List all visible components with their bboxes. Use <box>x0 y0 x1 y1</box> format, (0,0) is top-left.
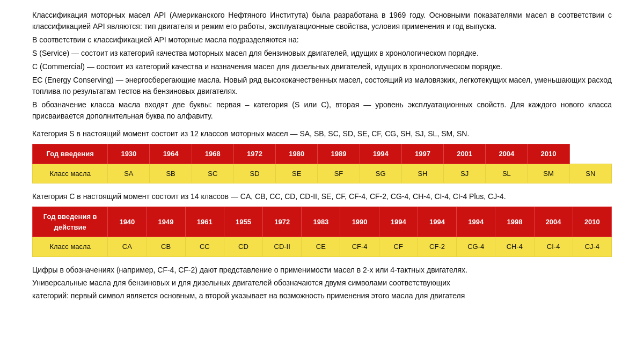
table-c-class-cdii: CD-II <box>263 237 302 257</box>
table-s-class-sh: SH <box>401 164 443 183</box>
table-c-year-6: 1990 <box>340 207 379 237</box>
table-c-class-cf: CF <box>379 237 418 257</box>
table-c-class-cj4: CJ-4 <box>573 237 611 257</box>
table-c-class-cb: CB <box>147 237 185 257</box>
table-s-title: Категория S в настоящий момент состоит и… <box>32 128 612 139</box>
table-c-class-cc: CC <box>185 237 224 257</box>
table-c-title: Категория C в настоящий момент состоит и… <box>32 191 612 202</box>
table-s-year-8: 2001 <box>444 144 486 164</box>
intro-section: Классификация моторных масел API (Америк… <box>32 10 612 122</box>
footer-p2: Универсальные масла для бензиновых и для… <box>32 277 612 289</box>
table-c-year-8: 1994 <box>418 207 456 237</box>
table-c-year-9: 1994 <box>457 207 495 237</box>
table-s-year-label: Год введения <box>33 144 108 164</box>
intro-p2: В соответствии с классификацией API мото… <box>32 34 612 46</box>
table-c-class-cd: CD <box>224 237 262 257</box>
table-s-class-sa: SA <box>108 164 150 183</box>
table-s-year-1: 1964 <box>150 144 192 164</box>
table-s-year-7: 1997 <box>401 144 443 164</box>
table-c-class-ce: CE <box>302 237 340 257</box>
table-s-year-4: 1980 <box>276 144 318 164</box>
intro-p4: C (Commercial) — состоит из категорий ка… <box>32 61 612 72</box>
table-c-year-5: 1983 <box>302 207 340 237</box>
table-s-data-row: Класс масла SA SB SC SD SE SF SG SH SJ S… <box>33 164 612 183</box>
table-s-class-sb: SB <box>150 164 192 183</box>
table-c-class-ci4: CI-4 <box>534 237 573 257</box>
table-s-class-sg: SG <box>360 164 401 183</box>
table-c-class-label: Класс масла <box>33 237 108 257</box>
table-s-wrapper: Категория S в настоящий момент состоит и… <box>32 128 612 183</box>
table-c-year-1: 1949 <box>147 207 185 237</box>
table-c-header-row: Год введения в действие 1940 1949 1961 1… <box>33 207 612 237</box>
table-c-class-ca: CA <box>108 237 147 257</box>
intro-p1: Классификация моторных масел API (Америк… <box>32 10 612 32</box>
table-c-class-cf4: CF-4 <box>340 237 379 257</box>
table-c-year-4: 1972 <box>263 207 302 237</box>
table-s-year-0: 1930 <box>108 144 150 164</box>
table-s-class-sd: SD <box>233 164 275 183</box>
intro-p5: EC (Energy Conserving) — энергосберегающ… <box>32 75 612 97</box>
intro-p6: В обозначение класса масла входят две бу… <box>32 99 612 122</box>
table-c-year-12: 2010 <box>573 207 611 237</box>
table-c-year-3: 1955 <box>224 207 262 237</box>
table-s-class-sm: SM <box>528 164 569 183</box>
table-s-year-5: 1989 <box>318 144 360 164</box>
table-s-year-10: 2010 <box>528 144 569 164</box>
table-c-class-ch4: CH-4 <box>495 237 534 257</box>
table-c-year-label: Год введения в действие <box>33 207 108 237</box>
table-s-year-2: 1968 <box>192 144 233 164</box>
table-s-class-sn: SN <box>569 164 611 183</box>
table-s-class-label: Класс масла <box>33 164 108 183</box>
table-c-year-2: 1961 <box>185 207 224 237</box>
table-s-class-sl: SL <box>486 164 528 183</box>
table-s-year-9: 2004 <box>486 144 528 164</box>
intro-p3: S (Service) — состоит из категорий качес… <box>32 48 612 59</box>
table-s-class-sf: SF <box>318 164 360 183</box>
table-c-data-row: Класс масла CA CB CC CD CD-II CE CF-4 CF… <box>33 237 612 257</box>
table-c-class-cf2: CF-2 <box>418 237 456 257</box>
page-container: Классификация моторных масел API (Америк… <box>0 0 644 313</box>
table-s-class-se: SE <box>276 164 318 183</box>
footer-section: Цифры в обозначениях (например, CF-4, CF… <box>32 264 612 302</box>
table-s: Год введения 1930 1964 1968 1972 1980 19… <box>32 144 612 183</box>
footer-p1: Цифры в обозначениях (например, CF-4, CF… <box>32 264 612 276</box>
table-c-wrapper: Категория C в настоящий момент состоит и… <box>32 191 612 257</box>
table-s-class-sc: SC <box>192 164 233 183</box>
table-s-year-6: 1994 <box>360 144 401 164</box>
table-c-class-cg4: CG-4 <box>457 237 495 257</box>
table-c-year-7: 1994 <box>379 207 418 237</box>
table-s-header-row: Год введения 1930 1964 1968 1972 1980 19… <box>33 144 612 164</box>
footer-p3: категорий: первый символ является основн… <box>32 290 612 302</box>
table-s-class-sj: SJ <box>444 164 486 183</box>
table-c-year-0: 1940 <box>108 207 147 237</box>
table-c-year-10: 1998 <box>495 207 534 237</box>
table-c: Год введения в действие 1940 1949 1961 1… <box>32 207 612 257</box>
table-c-year-11: 2004 <box>534 207 573 237</box>
table-s-year-3: 1972 <box>233 144 275 164</box>
